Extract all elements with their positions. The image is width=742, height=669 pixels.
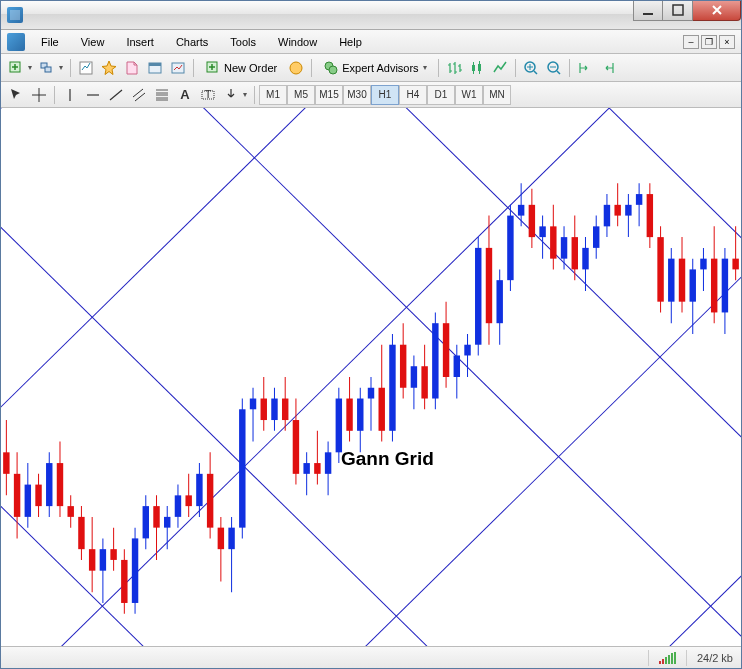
svg-rect-122 xyxy=(486,248,492,323)
menu-tools[interactable]: Tools xyxy=(220,33,266,51)
navigator-button[interactable] xyxy=(98,57,120,79)
svg-rect-162 xyxy=(700,259,706,270)
timeframe-d1[interactable]: D1 xyxy=(427,85,455,105)
svg-rect-134 xyxy=(550,226,556,258)
svg-rect-156 xyxy=(668,259,674,302)
svg-rect-148 xyxy=(625,205,631,216)
svg-rect-86 xyxy=(293,420,299,474)
svg-rect-112 xyxy=(432,323,438,398)
svg-rect-164 xyxy=(711,259,717,313)
chart-area[interactable]: Gann Grid xyxy=(1,108,741,646)
menubar: File View Insert Charts Tools Window Hel… xyxy=(1,30,741,54)
svg-rect-72 xyxy=(218,528,224,550)
arrows-button[interactable] xyxy=(220,84,250,106)
auto-scroll-button[interactable] xyxy=(574,57,596,79)
svg-rect-64 xyxy=(175,495,181,517)
text-button[interactable]: A xyxy=(174,84,196,106)
timeframe-mn[interactable]: MN xyxy=(483,85,511,105)
menu-insert[interactable]: Insert xyxy=(116,33,164,51)
titlebar[interactable] xyxy=(1,1,741,30)
mdi-close-button[interactable]: × xyxy=(719,35,735,49)
expert-advisors-button[interactable]: Expert Advisors xyxy=(316,57,433,79)
crosshair-button[interactable] xyxy=(28,84,50,106)
svg-rect-1 xyxy=(673,5,683,15)
cursor-button[interactable] xyxy=(5,84,27,106)
vertical-line-button[interactable] xyxy=(59,84,81,106)
market-watch-button[interactable] xyxy=(75,57,97,79)
timeframe-m30[interactable]: M30 xyxy=(343,85,371,105)
mdi-minimize-button[interactable]: – xyxy=(683,35,699,49)
new-order-label: New Order xyxy=(224,62,277,74)
svg-rect-42 xyxy=(57,463,63,506)
close-button[interactable] xyxy=(693,1,741,21)
timeframe-w1[interactable]: W1 xyxy=(455,85,483,105)
svg-rect-44 xyxy=(67,506,73,517)
svg-rect-166 xyxy=(722,259,728,313)
new-order-button[interactable]: New Order xyxy=(198,57,284,79)
svg-rect-4 xyxy=(45,67,51,72)
svg-rect-14 xyxy=(478,64,481,71)
menu-file[interactable]: File xyxy=(31,33,69,51)
svg-rect-84 xyxy=(282,399,288,421)
maximize-button[interactable] xyxy=(663,1,693,21)
bar-chart-button[interactable] xyxy=(443,57,465,79)
mdi-restore-button[interactable]: ❐ xyxy=(701,35,717,49)
svg-rect-140 xyxy=(582,248,588,270)
menu-view[interactable]: View xyxy=(71,33,115,51)
svg-rect-108 xyxy=(411,366,417,388)
profiles-button[interactable] xyxy=(36,57,66,79)
svg-rect-106 xyxy=(400,345,406,388)
text-label-button[interactable]: T xyxy=(197,84,219,106)
app-small-icon xyxy=(7,33,25,51)
data-window-button[interactable] xyxy=(121,57,143,79)
gann-grid-label: Gann Grid xyxy=(341,448,434,470)
timeframe-h1[interactable]: H1 xyxy=(371,85,399,105)
svg-line-22 xyxy=(508,108,741,646)
menu-charts[interactable]: Charts xyxy=(166,33,218,51)
svg-rect-110 xyxy=(421,366,427,398)
svg-rect-52 xyxy=(110,549,116,560)
trendline-button[interactable] xyxy=(105,84,127,106)
timeframe-m5[interactable]: M5 xyxy=(287,85,315,105)
svg-rect-66 xyxy=(185,495,191,506)
toolbar-objects: A T M1M5M15M30H1H4D1W1MN xyxy=(1,82,741,108)
svg-rect-48 xyxy=(89,549,95,571)
svg-rect-76 xyxy=(239,409,245,527)
candle-chart-button[interactable] xyxy=(466,57,488,79)
svg-rect-62 xyxy=(164,517,170,528)
svg-rect-46 xyxy=(78,517,84,549)
svg-rect-146 xyxy=(614,205,620,216)
svg-rect-114 xyxy=(443,323,449,377)
connection-icon xyxy=(659,652,676,664)
strategy-tester-button[interactable] xyxy=(167,57,189,79)
timeframe-m1[interactable]: M1 xyxy=(259,85,287,105)
zoom-out-button[interactable] xyxy=(543,57,565,79)
zoom-in-button[interactable] xyxy=(520,57,542,79)
new-chart-button[interactable] xyxy=(5,57,35,79)
terminal-button[interactable] xyxy=(144,57,166,79)
toolbar-main: New Order Expert Advisors xyxy=(1,54,741,82)
timeframe-h4[interactable]: H4 xyxy=(399,85,427,105)
menu-window[interactable]: Window xyxy=(268,33,327,51)
horizontal-line-button[interactable] xyxy=(82,84,104,106)
timeframe-m15[interactable]: M15 xyxy=(315,85,343,105)
svg-rect-32 xyxy=(3,452,9,474)
channel-button[interactable] xyxy=(128,84,150,106)
svg-rect-158 xyxy=(679,259,685,302)
svg-rect-102 xyxy=(379,388,385,431)
menu-help[interactable]: Help xyxy=(329,33,372,51)
svg-rect-130 xyxy=(529,205,535,237)
svg-rect-5 xyxy=(80,62,92,74)
app-icon xyxy=(7,7,23,23)
line-chart-button[interactable] xyxy=(489,57,511,79)
chart-shift-button[interactable] xyxy=(597,57,619,79)
chart-canvas xyxy=(1,108,741,646)
metaquotes-button[interactable] xyxy=(285,57,307,79)
svg-rect-120 xyxy=(475,248,481,345)
fibonacci-button[interactable] xyxy=(151,84,173,106)
svg-rect-124 xyxy=(496,280,502,323)
svg-rect-13 xyxy=(472,65,475,71)
svg-line-29 xyxy=(1,108,508,606)
svg-rect-60 xyxy=(153,506,159,528)
minimize-button[interactable] xyxy=(633,1,663,21)
